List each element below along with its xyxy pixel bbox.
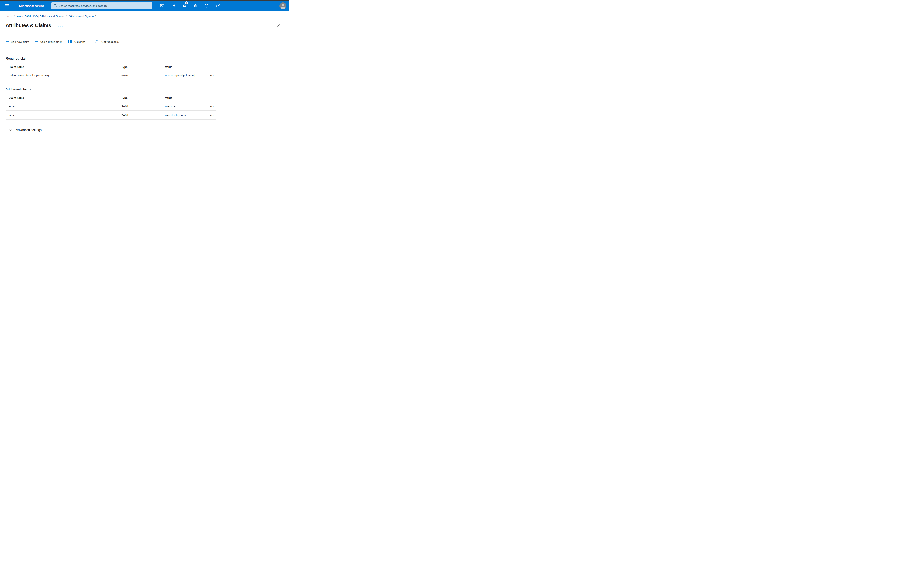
required-claim-section: Required claim Claim name Type Value Uni…	[0, 56, 289, 80]
column-header-type: Type	[121, 66, 165, 69]
directory-filter-icon	[171, 4, 175, 8]
help-button[interactable]: ?	[203, 2, 211, 10]
close-icon	[277, 24, 280, 28]
feedback-button[interactable]	[214, 2, 222, 10]
claim-type-cell: SAML	[121, 105, 165, 108]
command-bar: Add new claim Add a group claim Columns	[5, 38, 289, 45]
claim-name-cell: Unique User Identifier (Name ID)	[5, 74, 121, 77]
claim-type-cell: SAML	[121, 74, 165, 77]
cloud-shell-button[interactable]	[158, 2, 166, 10]
claim-value-cell: user.displayname	[165, 114, 203, 117]
row-menu-button[interactable]: •••	[210, 105, 215, 108]
breadcrumb: Home Azure SAML SSO | SAML-based Sign-on…	[0, 11, 289, 18]
breadcrumb-app-sso[interactable]: Azure SAML SSO | SAML-based Sign-on	[17, 15, 64, 18]
directory-filter-button[interactable]	[169, 2, 177, 10]
columns-icon	[68, 40, 72, 43]
advanced-settings-label: Advanced settings	[16, 128, 41, 132]
blade-content: Home Azure SAML SSO | SAML-based Sign-on…	[0, 11, 289, 132]
plus-icon	[35, 40, 38, 44]
breadcrumb-saml-signon[interactable]: SAML-based Sign-on	[69, 15, 94, 18]
hamburger-icon	[5, 4, 9, 8]
got-feedback-button[interactable]: Got feedback?	[95, 39, 120, 44]
additional-claims-heading: Additional claims	[5, 87, 289, 92]
columns-label: Columns	[74, 40, 85, 43]
add-new-claim-button[interactable]: Add new claim	[5, 40, 29, 44]
more-options-icon[interactable]: ···	[58, 23, 64, 28]
topbar-icon-group: 6 ?	[158, 2, 222, 10]
required-claim-table: Claim name Type Value Unique User Identi…	[5, 63, 216, 80]
table-header-row: Claim name Type Value	[5, 94, 216, 102]
blade-header: Attributes & Claims ···	[5, 23, 281, 29]
portal-menu-button[interactable]	[5, 4, 9, 8]
svg-text:?: ?	[206, 5, 207, 7]
row-menu-button[interactable]: •••	[210, 74, 215, 77]
search-icon	[54, 4, 57, 8]
column-header-claim-name: Claim name	[5, 66, 121, 69]
azure-top-bar: Microsoft Azure	[0, 0, 289, 11]
additional-claims-table: Claim name Type Value email SAML user.ma…	[5, 94, 216, 120]
claim-value-cell: user.userprincipalname [...	[165, 74, 203, 77]
notifications-button[interactable]: 6	[180, 2, 188, 10]
azure-portal-window: Microsoft Azure	[0, 0, 289, 146]
got-feedback-label: Got feedback?	[101, 40, 120, 43]
page-title: Attributes & Claims	[5, 23, 51, 29]
add-group-claim-label: Add a group claim	[40, 40, 63, 43]
claim-type-cell: SAML	[121, 114, 165, 117]
chevron-right-icon	[66, 15, 67, 17]
gear-icon	[193, 4, 198, 8]
got-feedback-icon	[95, 39, 99, 44]
row-menu-button[interactable]: •••	[210, 114, 215, 117]
global-search-box[interactable]	[51, 2, 152, 10]
claim-name-cell: email	[5, 105, 121, 108]
add-new-claim-label: Add new claim	[11, 40, 29, 43]
column-header-type: Type	[121, 96, 165, 99]
notification-count-badge: 6	[185, 2, 188, 5]
avatar-icon	[279, 7, 286, 10]
brand-microsoft-azure[interactable]: Microsoft Azure	[19, 4, 44, 8]
cloud-shell-icon	[160, 4, 164, 8]
claim-name-cell: name	[5, 114, 121, 117]
chevron-right-icon	[95, 15, 96, 17]
advanced-settings-toggle[interactable]: Advanced settings	[9, 128, 41, 132]
claim-value-cell: user.mail	[165, 105, 203, 108]
column-header-value: Value	[165, 96, 203, 99]
table-header-row: Claim name Type Value	[5, 63, 216, 71]
toolbar-rule	[5, 46, 283, 47]
table-row[interactable]: Unique User Identifier (Name ID) SAML us…	[5, 71, 216, 80]
chevron-down-icon	[9, 128, 12, 132]
help-icon: ?	[205, 4, 209, 8]
add-group-claim-button[interactable]: Add a group claim	[35, 40, 63, 44]
search-input[interactable]	[59, 5, 150, 7]
account-avatar[interactable]	[279, 2, 286, 10]
columns-button[interactable]: Columns	[68, 40, 85, 43]
table-row[interactable]: email SAML user.mail •••	[5, 102, 216, 111]
chevron-right-icon	[14, 15, 15, 17]
column-header-value: Value	[165, 66, 203, 69]
settings-button[interactable]	[191, 2, 200, 10]
plus-icon	[5, 40, 9, 44]
table-row[interactable]: name SAML user.displayname •••	[5, 111, 216, 120]
close-blade-button[interactable]	[277, 23, 281, 28]
breadcrumb-home[interactable]: Home	[5, 15, 12, 18]
column-header-claim-name: Claim name	[5, 96, 121, 99]
additional-claims-section: Additional claims Claim name Type Value …	[0, 87, 289, 120]
person-feedback-icon	[216, 4, 220, 8]
required-claim-heading: Required claim	[5, 56, 289, 61]
